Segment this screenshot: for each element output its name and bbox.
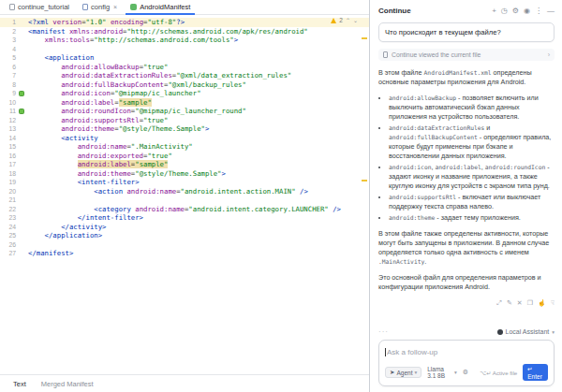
code-line[interactable]: 1<?xml version="1.0" encoding="utf-8"?> [0, 18, 369, 27]
gutter [18, 213, 28, 223]
line-number: 4 [0, 45, 18, 54]
tab-merged-manifest[interactable]: Merged Manifest [41, 380, 94, 388]
assistant-name: Local Assistant [506, 328, 550, 335]
response-paragraph: В этом файле AndroidManifest.xml определ… [378, 68, 555, 87]
gutter [18, 240, 28, 250]
code-line[interactable]: 27</manifest> [0, 249, 369, 258]
gutter [18, 116, 28, 125]
response-paragraph: В этом файле также определены активности… [378, 229, 555, 267]
manifest-view-switcher: Text Merged Manifest [0, 374, 369, 392]
chat-footer: ··· Local Assistant ▾ Ask a follow-up ➤ … [378, 327, 555, 392]
line-number: 2 [0, 27, 18, 36]
model-selector[interactable]: Llama 3.1 8B ▾ [427, 366, 457, 379]
code-line[interactable]: 5 <application [0, 53, 369, 63]
code-line[interactable]: 21 [0, 196, 369, 205]
code-line[interactable]: 18 android:theme="@style/Theme.Sample"> [0, 169, 369, 179]
list-item: android:dataExtractionRules и android:fu… [389, 123, 555, 161]
followup-input[interactable]: Ask a follow-up ➤ Agent ▾ Llama 3.1 8B ▾… [378, 340, 555, 386]
code-line[interactable]: 2<manifest xmlns:android="http://schemas… [0, 27, 369, 36]
tab-androidmanifest[interactable]: AndroidManifest [124, 0, 197, 14]
code-line[interactable]: 8 android:fullBackupContent="@xml/backup… [0, 80, 369, 90]
code-line[interactable]: 20 <action android:name="android.intent.… [0, 187, 369, 196]
scrollbar-warning-mark[interactable] [362, 180, 367, 181]
gutter [18, 249, 28, 258]
code-text: </application> [28, 231, 102, 240]
line-number: 19 [0, 178, 18, 187]
code-line[interactable]: 9 android:icon="@mipmap/ic_launcher" [0, 89, 369, 98]
more-icon[interactable]: ⋮ [535, 7, 542, 15]
gutter [18, 187, 28, 196]
inspection-widget[interactable]: 2 ⌃ ⌄ [331, 17, 358, 23]
account-icon[interactable]: ◉ [524, 7, 530, 15]
inline-code: android:roundIcon [485, 164, 545, 170]
line-number: 22 [0, 205, 18, 214]
hide-icon[interactable]: — [547, 7, 555, 15]
code-text: android:name=".MainActivity" [28, 142, 193, 152]
code-line[interactable]: 12 android:supportsRtl="true" [0, 116, 369, 125]
line-number: 26 [0, 240, 18, 250]
tab-continue-tutorial[interactable]: continue_tutorial [3, 0, 76, 14]
enter-button[interactable]: ↵ Enter [523, 364, 548, 381]
code-text: <activity [28, 134, 98, 143]
response-actions: ⤢✎✕❐☝☟ [378, 299, 555, 307]
line-number: 14 [0, 134, 18, 143]
line-number: 13 [0, 124, 18, 134]
settings-icon[interactable]: ⚙ [512, 7, 519, 15]
line-number: 10 [0, 98, 18, 108]
mode-selector[interactable]: ➤ Agent ▾ [385, 367, 422, 378]
code-line[interactable]: 17 android:label="sample" [0, 160, 369, 169]
document-icon [383, 51, 388, 58]
assistant-response: В этом файле AndroidManifest.xml определ… [378, 68, 555, 298]
thumbs-down-icon[interactable]: ☟ [551, 299, 555, 307]
code-line[interactable]: 15 android:name=".MainActivity" [0, 142, 369, 152]
assistant-avatar-icon [497, 329, 503, 335]
tab-text-view[interactable]: Text [13, 380, 26, 388]
config-file-icon [82, 4, 88, 10]
code-line[interactable]: 24 </activity> [0, 223, 369, 232]
launcher-icon-preview[interactable] [19, 91, 24, 96]
code-line[interactable]: 6 android:allowBackup="true" [0, 63, 369, 72]
thumbs-up-icon[interactable]: ☝ [538, 299, 546, 307]
code-line[interactable]: 11 android:roundIcon="@mipmap/ic_launche… [0, 107, 369, 116]
assistant-selector[interactable]: Local Assistant ▾ [497, 328, 555, 335]
code-line[interactable]: 23 </intent-filter> [0, 213, 369, 223]
gutter [18, 196, 28, 205]
mode-label: Agent [396, 370, 412, 376]
tools-icon[interactable]: ⚙ [463, 369, 468, 376]
chevron-up-icon[interactable]: ⌃ [346, 17, 350, 23]
line-number: 5 [0, 53, 18, 63]
code-line[interactable]: 25 </application> [0, 231, 369, 240]
code-line[interactable]: 3 xmlns:tools="http://schemas.android.co… [0, 36, 369, 45]
code-editor[interactable]: 1<?xml version="1.0" encoding="utf-8"?>2… [0, 15, 369, 374]
edit-icon[interactable]: ✎ [507, 299, 512, 307]
user-message[interactable]: Что происходит в текущем файле? [378, 22, 555, 42]
context-item-row[interactable]: Continue viewed the current file › [378, 49, 555, 61]
close-icon[interactable]: × [113, 4, 117, 10]
code-line[interactable]: 16 android:exported="true" [0, 152, 369, 161]
delete-icon[interactable]: ✕ [517, 299, 523, 307]
history-icon[interactable]: ◷ [501, 7, 508, 15]
code-text: </manifest> [28, 249, 73, 258]
code-line[interactable]: 26 [0, 240, 369, 250]
code-line[interactable]: 19 <intent-filter> [0, 178, 369, 187]
code-line[interactable]: 7 android:dataExtractionRules="@xml/data… [0, 71, 369, 80]
plus-icon[interactable]: + [492, 7, 496, 15]
chevron-down-icon: ▾ [454, 370, 457, 375]
model-label: Llama 3.1 8B [427, 366, 452, 379]
code-line[interactable]: 14 <activity [0, 134, 369, 143]
scrollbar-warning-mark[interactable] [362, 37, 367, 39]
launcher-icon-preview[interactable] [19, 109, 24, 114]
code-line[interactable]: 10 android:label="sample" [0, 98, 369, 108]
code-line[interactable]: 4 [0, 45, 369, 54]
gutter [18, 124, 28, 134]
chevron-right-icon[interactable]: › [548, 51, 550, 58]
code-text: android:label="sample" [28, 98, 152, 108]
tab-config[interactable]: config × [76, 0, 124, 14]
copy-icon[interactable]: ❐ [527, 299, 533, 307]
chevron-down-icon[interactable]: ⌄ [353, 17, 358, 23]
expand-icon[interactable]: ⤢ [496, 299, 502, 307]
list-item: android:theme - задает тему приложения. [389, 213, 555, 223]
code-line[interactable]: 13 android:theme="@style/Theme.Sample"> [0, 124, 369, 134]
more-options[interactable]: ··· [378, 327, 389, 336]
code-line[interactable]: 22 <category android:name="android.inten… [0, 205, 369, 214]
